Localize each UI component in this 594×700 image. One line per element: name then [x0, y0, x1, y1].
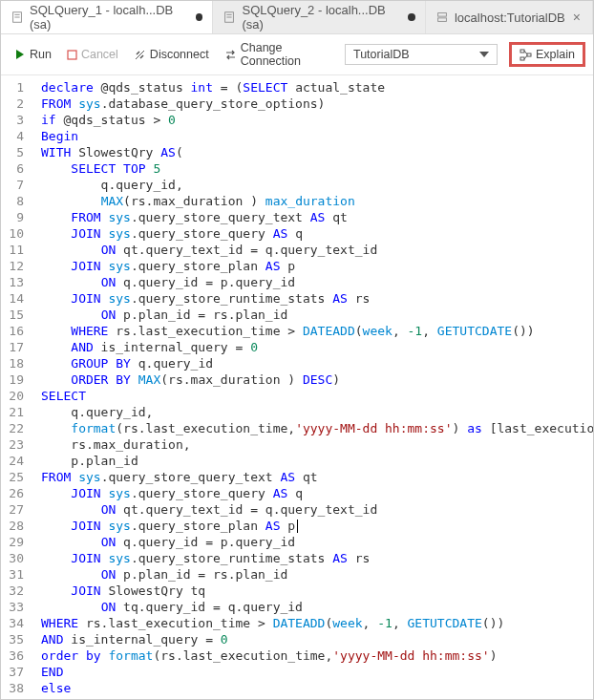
- file-icon: [223, 11, 236, 24]
- stop-icon: [67, 50, 77, 60]
- code-editor[interactable]: 1234567891011121314151617181920212223242…: [1, 75, 593, 700]
- tab-sqlquery1[interactable]: SQLQuery_1 - localh...DB (sa): [1, 1, 213, 33]
- svg-rect-13: [527, 53, 531, 56]
- explain-button[interactable]: Explain: [509, 42, 585, 67]
- cancel-label: Cancel: [81, 48, 118, 61]
- svg-rect-12: [520, 50, 524, 53]
- svg-marker-11: [479, 52, 489, 57]
- explain-icon: [520, 49, 532, 61]
- disconnect-label: Disconnect: [150, 48, 209, 61]
- svg-marker-8: [16, 50, 24, 59]
- svg-rect-14: [520, 57, 524, 60]
- svg-line-10: [136, 51, 144, 59]
- change-connection-button[interactable]: Change Connection: [219, 39, 341, 70]
- cancel-button[interactable]: Cancel: [61, 46, 124, 63]
- chevron-down-icon: [479, 52, 489, 57]
- play-icon: [14, 49, 26, 60]
- close-icon[interactable]: ×: [571, 10, 583, 25]
- svg-rect-6: [438, 13, 447, 17]
- svg-rect-9: [68, 51, 76, 59]
- run-button[interactable]: Run: [9, 46, 57, 63]
- tab-label: SQLQuery_1 - localh...DB (sa): [30, 3, 190, 32]
- run-label: Run: [30, 48, 52, 61]
- explain-label: Explain: [536, 48, 575, 61]
- swap-icon: [224, 49, 237, 61]
- tab-label: localhost:TutorialDB: [455, 11, 565, 25]
- modified-dot-icon: [196, 13, 203, 21]
- server-icon: [435, 11, 449, 24]
- disconnect-icon: [134, 49, 146, 61]
- tab-label: SQLQuery_2 - localh...DB (sa): [242, 3, 402, 32]
- svg-rect-7: [438, 18, 447, 22]
- tab-sqlquery2[interactable]: SQLQuery_2 - localh...DB (sa): [213, 1, 425, 33]
- tab-bar: SQLQuery_1 - localh...DB (sa) SQLQuery_2…: [1, 1, 593, 34]
- change-connection-label: Change Connection: [241, 41, 335, 68]
- line-gutter: 1234567891011121314151617181920212223242…: [1, 75, 33, 700]
- file-icon: [11, 11, 24, 24]
- database-select[interactable]: TutorialDB: [345, 44, 498, 65]
- disconnect-button[interactable]: Disconnect: [128, 46, 215, 63]
- database-selected-value: TutorialDB: [353, 48, 410, 61]
- tab-tutorialdb[interactable]: localhost:TutorialDB ×: [426, 1, 593, 33]
- code-content[interactable]: declare @qds_status int = (SELECT actual…: [33, 75, 593, 700]
- modified-dot-icon: [408, 13, 415, 21]
- toolbar: Run Cancel Disconnect Change Connection …: [1, 34, 593, 75]
